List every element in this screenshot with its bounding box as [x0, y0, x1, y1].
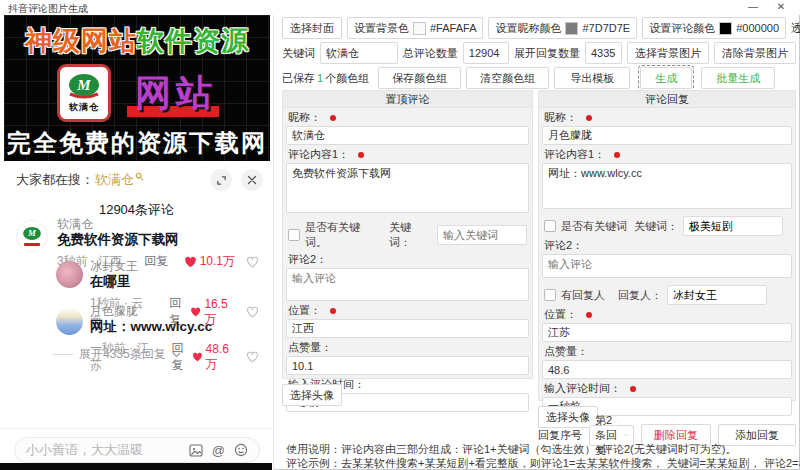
pinned-location-label: 位置： — [288, 303, 321, 318]
preview-bottom-strip — [0, 463, 272, 470]
reply-location-label: 位置： — [544, 307, 577, 322]
dislike-button[interactable] — [246, 351, 259, 363]
reply-keyword-input[interactable] — [683, 216, 783, 236]
generator-toolbar: 选择封面 设置背景色 #FAFAFA 设置昵称颜色 #7D7D7E 设置评论颜色… — [282, 17, 796, 92]
comment-author[interactable]: 软满仓 — [57, 217, 273, 231]
mention-icon[interactable]: @ — [212, 444, 225, 457]
reply-has-replyto-checkbox[interactable] — [544, 289, 556, 301]
dislike-heart-icon — [246, 351, 259, 363]
reply-likes-label: 点赞量： — [544, 344, 588, 359]
minimize-button[interactable]: — — [742, 0, 764, 14]
brand-logo-icon: M — [67, 73, 101, 101]
generate-button[interactable]: 生成 — [640, 67, 692, 89]
bg-color-hex: #FAFAFA — [430, 22, 476, 34]
pinned-likes-input[interactable] — [286, 356, 529, 375]
pinned-keyword-label: 关键词： — [389, 220, 432, 250]
comment-color-swatch — [719, 22, 732, 35]
like-count[interactable]: 48.6万 — [192, 342, 235, 373]
banner-headline-green: 软件资源 — [137, 26, 249, 56]
reply-time-label: 输入评论时间： — [544, 381, 621, 396]
required-dot — [630, 386, 636, 392]
select-cover-button[interactable]: 选择封面 — [282, 17, 342, 39]
reply-replyto-input[interactable] — [667, 285, 767, 305]
usage-line-2: 评论示例：去某某软件搜索+某某短剧+看完整版，则评论1=去某某软件搜索， 关键词… — [286, 457, 798, 470]
banner-subline: 完全免费的资源下载网 — [4, 127, 270, 159]
search-keyword[interactable]: 软满仓 — [95, 171, 134, 189]
emoji-icon[interactable] — [234, 443, 248, 457]
pinned-content1-textarea[interactable]: 免费软件资源下载网 — [286, 163, 529, 213]
select-bg-image-button[interactable]: 选择背景图片 — [627, 42, 709, 64]
comment-text: 网址：www.wlcy.cc — [90, 319, 273, 335]
pinned-keyword-input[interactable] — [437, 225, 527, 245]
pinned-comment-form: 置顶评论 昵称： 评论内容1： 免费软件资源下载网 是否有关键词。 关键词： 评… — [282, 90, 533, 379]
export-template-button[interactable]: 导出模板 — [554, 67, 630, 89]
total-comments-input[interactable] — [463, 42, 509, 64]
divider — [0, 428, 272, 429]
close-preview-button[interactable] — [241, 169, 263, 191]
required-dot — [330, 308, 336, 314]
clear-color-group-button[interactable]: 清空颜色组 — [466, 67, 549, 89]
pinned-nickname-label: 昵称： — [288, 110, 321, 125]
title-bar: 抖音评论图片生成 — ✕ — [0, 0, 800, 15]
reply-likes-input[interactable] — [542, 360, 792, 379]
comment-color-hex: #000000 — [736, 22, 779, 34]
image-icon[interactable] — [189, 444, 203, 457]
saved-color-groups-text: 已保存1个颜色组 — [282, 71, 369, 86]
comment-text: 免费软件资源下载网 — [57, 232, 273, 248]
avatar[interactable] — [56, 308, 83, 335]
chevron-down-icon — [172, 352, 181, 358]
keyword-input[interactable] — [320, 42, 398, 64]
pinned-select-avatar-button[interactable]: 选择头像 — [282, 384, 342, 406]
expand-preview-button[interactable] — [210, 169, 232, 191]
cover-banner: 神级网站软件资源 M 软满仓 网站 完全免费的资源下载网 — [4, 15, 270, 161]
pinned-has-keyword-checkbox[interactable] — [288, 229, 300, 241]
expand-replies-link[interactable]: 展开4335条回复 — [53, 346, 181, 363]
reply-form-header: 评论回复 — [539, 91, 795, 108]
reply-comment2-textarea[interactable] — [542, 254, 792, 278]
avatar-logo-icon: M — [22, 226, 42, 242]
window-title: 抖音评论图片生成 — [8, 2, 88, 16]
comment-color-picker[interactable]: 设置评论颜色 #000000 — [642, 17, 786, 39]
avatar[interactable] — [56, 261, 83, 288]
comment-preview-panel: 神级网站软件资源 M 软满仓 网站 完全免费的资源下载网 大家都在搜： 软满仓 — [0, 15, 274, 470]
reply-nickname-input[interactable] — [542, 126, 792, 145]
reply-index-label: 回复序号 — [538, 428, 582, 443]
expand-replies-input[interactable] — [585, 42, 622, 64]
comment-author[interactable]: 月色朦胧 — [90, 304, 273, 318]
required-dot — [330, 115, 336, 121]
reply-has-keyword-checkbox[interactable] — [544, 220, 556, 232]
usage-line-1: 使用说明：评论内容由三部分组成：评论1+关键词（勾选生效）+评论2(无关键词时可… — [286, 443, 798, 456]
search-icon — [135, 172, 144, 181]
bg-color-swatch — [413, 22, 426, 35]
brand-logo-label: 软满仓 — [69, 101, 99, 114]
avatar[interactable]: M — [16, 220, 48, 252]
expand-icon — [216, 175, 227, 186]
chevron-down-icon — [624, 432, 628, 438]
comment-input-placeholder: 小小善语，大大温暖 — [26, 441, 143, 459]
nickname-color-swatch — [565, 22, 578, 35]
pinned-nickname-input[interactable] — [286, 126, 529, 145]
bg-color-picker[interactable]: 设置背景色 #FAFAFA — [347, 17, 483, 39]
reply-location-input[interactable] — [542, 323, 792, 342]
clear-bg-image-button[interactable]: 清除背景图片 — [714, 42, 796, 64]
comment-author[interactable]: 冰封女王 — [90, 259, 273, 273]
reply-content1-textarea[interactable]: 网址：www.wlcy.cc — [542, 163, 792, 209]
reply-content1-label: 评论内容1： — [544, 147, 605, 162]
reply-keyword-label: 关键词： — [634, 219, 678, 234]
pinned-likes-label: 点赞量： — [288, 340, 332, 355]
banner-middle-row: M 软满仓 网站 — [4, 62, 270, 124]
reply-replyto-label: 回复人： — [618, 288, 662, 303]
close-button[interactable]: ✕ — [770, 0, 792, 14]
total-comments-label: 总评论数量 — [403, 46, 458, 61]
svg-text:M: M — [76, 77, 91, 93]
banner-headline-orange: 神级网站 — [25, 26, 137, 56]
comment-input-bar[interactable]: 小小善语，大大温暖 @ — [14, 437, 260, 463]
batch-generate-button[interactable]: 批量生成 — [701, 67, 775, 89]
keyword-label: 关键词 — [282, 46, 315, 61]
nickname-color-picker[interactable]: 设置昵称颜色 #7D7D7E — [488, 17, 637, 39]
pinned-comment2-textarea[interactable] — [286, 268, 529, 301]
pinned-location-input[interactable] — [286, 319, 529, 338]
comment-text: 在哪里 — [90, 274, 273, 290]
required-dot — [586, 115, 592, 121]
save-color-group-button[interactable]: 保存颜色组 — [378, 67, 461, 89]
